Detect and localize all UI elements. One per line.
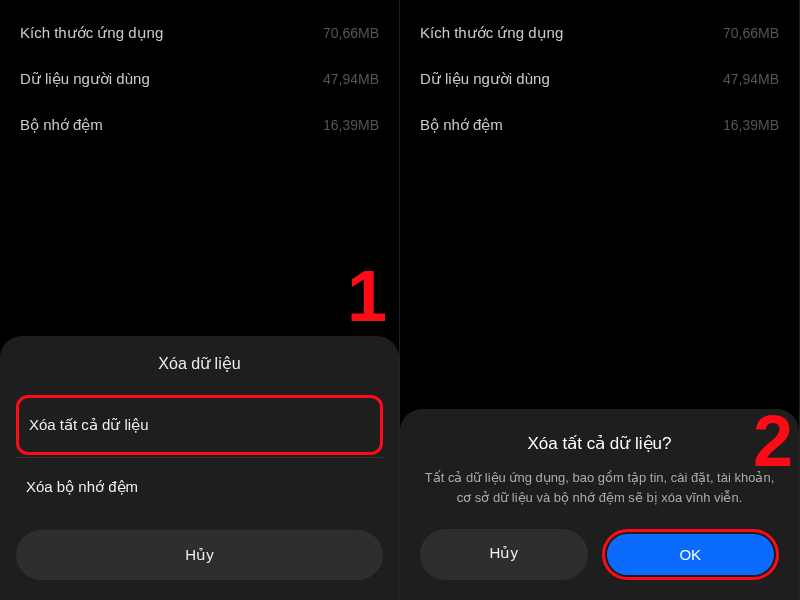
- sheet-title: Xóa dữ liệu: [16, 354, 383, 373]
- dialog-ok-button[interactable]: OK: [607, 534, 775, 575]
- clear-all-data-option[interactable]: Xóa tất cả dữ liệu: [16, 395, 383, 455]
- pane-step-2: Kích thước ứng dụng 70,66MB Dữ liệu ngườ…: [400, 0, 800, 600]
- storage-row: Bộ nhớ đệm 16,39MB: [420, 102, 779, 148]
- dialog-title: Xóa tất cả dữ liệu?: [420, 433, 779, 454]
- dialog-buttons: Hủy OK: [420, 529, 779, 580]
- dialog-cancel-button[interactable]: Hủy: [420, 529, 588, 580]
- cache-label: Bộ nhớ đệm: [20, 116, 103, 134]
- clear-data-sheet: Xóa dữ liệu Xóa tất cả dữ liệu Xóa bộ nh…: [0, 336, 399, 600]
- clear-cache-label: Xóa bộ nhớ đệm: [26, 478, 138, 495]
- cancel-button[interactable]: Hủy: [16, 530, 383, 580]
- dialog-text: Tất cả dữ liệu ứng dụng, bao gồm tập tin…: [420, 468, 779, 507]
- divider: [16, 457, 383, 458]
- cache-label: Bộ nhớ đệm: [420, 116, 503, 134]
- user-data-label: Dữ liệu người dùng: [20, 70, 150, 88]
- ok-highlight: OK: [602, 529, 780, 580]
- storage-row: Kích thước ứng dụng 70,66MB: [20, 10, 379, 56]
- pane-step-1: Kích thước ứng dụng 70,66MB Dữ liệu ngườ…: [0, 0, 400, 600]
- app-size-value: 70,66MB: [323, 25, 379, 41]
- step-1-badge: 1: [347, 255, 387, 337]
- user-data-label: Dữ liệu người dùng: [420, 70, 550, 88]
- clear-cache-option[interactable]: Xóa bộ nhớ đệm: [16, 460, 383, 514]
- app-size-label: Kích thước ứng dụng: [420, 24, 563, 42]
- storage-row: Dữ liệu người dùng 47,94MB: [420, 56, 779, 102]
- user-data-value: 47,94MB: [323, 71, 379, 87]
- dialog-ok-label: OK: [679, 546, 701, 563]
- storage-list: Kích thước ứng dụng 70,66MB Dữ liệu ngườ…: [0, 0, 399, 148]
- cache-value: 16,39MB: [323, 117, 379, 133]
- cache-value: 16,39MB: [723, 117, 779, 133]
- user-data-value: 47,94MB: [723, 71, 779, 87]
- app-size-value: 70,66MB: [723, 25, 779, 41]
- storage-list: Kích thước ứng dụng 70,66MB Dữ liệu ngườ…: [400, 0, 799, 148]
- cancel-label: Hủy: [185, 546, 213, 563]
- storage-row: Bộ nhớ đệm 16,39MB: [20, 102, 379, 148]
- storage-row: Dữ liệu người dùng 47,94MB: [20, 56, 379, 102]
- confirm-dialog: Xóa tất cả dữ liệu? Tất cả dữ liệu ứng d…: [400, 409, 799, 600]
- app-size-label: Kích thước ứng dụng: [20, 24, 163, 42]
- clear-all-data-label: Xóa tất cả dữ liệu: [29, 416, 149, 433]
- storage-row: Kích thước ứng dụng 70,66MB: [420, 10, 779, 56]
- dialog-cancel-label: Hủy: [490, 544, 518, 561]
